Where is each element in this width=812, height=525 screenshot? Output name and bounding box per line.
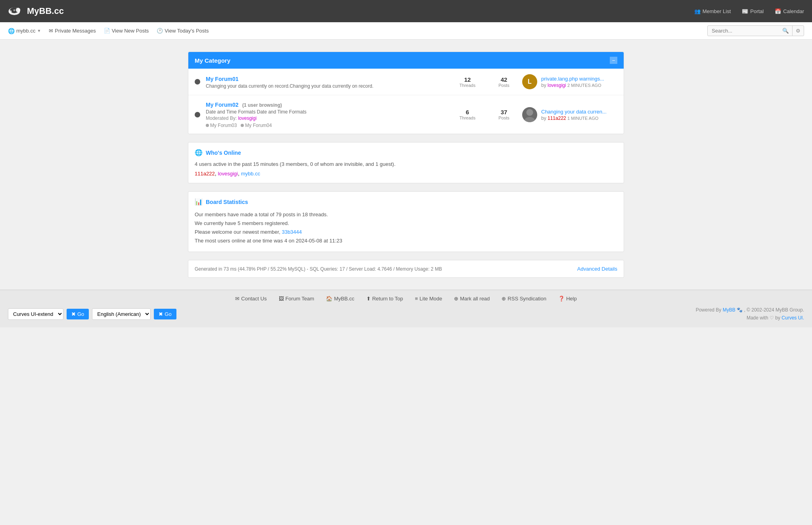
whos-online-section: 🌐 Who's Online 4 users active in the pas… [188,142,624,183]
footer-links: ✉ Contact Us 🖼 Forum Team 🏠 MyBB.cc ⬆ Re… [8,296,804,302]
svg-point-7 [522,107,537,122]
theme-select[interactable]: Curves UI-extend [8,308,63,320]
forum02-avatar [522,107,537,122]
generation-info-box: Generated in 73 ms (44.78% PHP / 55.22% … [188,260,624,278]
subforum04-link[interactable]: My Forum04 [241,123,272,128]
view-new-posts-link[interactable]: 📄 View New Posts [104,28,149,34]
forum-info: My Forum01 Changing your data currently … [206,75,449,89]
forum02-last-post-user[interactable]: 111a222 [548,115,566,121]
category-header: My Category – [188,52,624,69]
site-logo[interactable]: MyBB.cc [8,6,694,17]
stats-line3: Please welcome our newest member, 33b344… [195,228,617,237]
credit-line2: Made with ♡ by Curves UI. [696,314,804,322]
board-stats-section: 📊 Board Statistics Our members have made… [188,191,624,252]
forum-status-dot [195,112,200,117]
forum02-desc: Date and Time Formats Date and Time Form… [206,109,449,115]
view-todays-posts-link[interactable]: 🕐 View Today's Posts [157,28,209,34]
main-content: My Category – My Forum01 Changing your d… [184,52,628,278]
contact-us-icon: ✉ [235,296,239,302]
whos-online-icon: 🌐 [195,149,203,156]
online-user-mybbcc[interactable]: mybb.cc [241,171,260,177]
heart-icon: ♡ [770,315,774,321]
forum02-last-post: Changing your data curren... by 111a222 … [522,107,617,122]
footer: ✉ Contact Us 🖼 Forum Team 🏠 MyBB.cc ⬆ Re… [0,290,812,327]
search-input[interactable] [708,26,779,36]
return-to-top-link[interactable]: ⬆ Return to Top [366,296,403,302]
stats-line4: The most users online at one time was 4 … [195,237,617,245]
new-posts-icon: 📄 [104,28,110,34]
lang-select[interactable]: English (American) [92,308,151,320]
svg-point-2 [16,8,20,12]
calendar-icon: 📅 [775,8,781,14]
credit-line1: Powered By MyBB 🐾 , © 2002-2024 MyBB Gro… [696,306,804,314]
calendar-link[interactable]: 📅 Calendar [775,8,804,14]
search-settings-button[interactable]: ⚙ [792,26,804,36]
footer-bottom: Curves UI-extend ✖ Go English (American)… [8,306,804,321]
member-list-link[interactable]: 👥 Member List [694,8,731,14]
brand-name: MyBB.cc [27,6,64,16]
category-box: My Category – My Forum01 Changing your d… [188,52,624,134]
theme-go-button[interactable]: ✖ Go [67,309,89,319]
forum02-posts-stat: 37 Posts [492,109,516,120]
private-messages-link[interactable]: ✉ Private Messages [49,28,96,34]
lite-mode-link[interactable]: ≡ Lite Mode [415,296,442,302]
return-to-top-icon: ⬆ [366,296,371,302]
category-minimize-button[interactable]: – [610,57,617,64]
forum-row: My Forum02 (1 user browsing) Date and Ti… [188,95,624,134]
top-nav-links: 👥 Member List 📰 Portal 📅 Calendar [694,8,804,14]
mark-all-read-link[interactable]: ⊕ Mark all read [454,296,490,302]
online-user-lovesgigi[interactable]: lovesgigi [218,171,238,177]
top-navigation: MyBB.cc 👥 Member List 📰 Portal 📅 Calenda… [0,0,812,22]
online-user-links: 111a222, lovesgigi, mybb.cc [195,170,617,177]
subforum04-dot [241,124,244,127]
forum-team-link[interactable]: 🖼 Forum Team [279,296,314,302]
todays-posts-icon: 🕐 [157,28,163,34]
forum01-desc: Changing your data currently on record.C… [206,83,449,89]
theme-go-icon: ✖ [71,311,76,317]
stats-line1: Our members have made a total of 79 post… [195,210,617,219]
online-user-111a222[interactable]: 111a222 [195,171,215,177]
forum01-posts-stat: 42 Posts [492,76,516,88]
forum-info: My Forum02 (1 user browsing) Date and Ti… [206,101,449,128]
mybb-logo-icon [8,6,24,17]
mark-all-read-icon: ⊕ [454,296,458,302]
help-link[interactable]: ❓ Help [558,296,577,302]
curvesui-link[interactable]: Curves UI. [781,315,804,321]
search-button[interactable]: 🔍 [779,26,792,36]
forum01-link[interactable]: My Forum01 [206,76,238,82]
lang-go-icon: ✖ [159,311,163,317]
forum02-moderator-link[interactable]: lovesgigi [238,115,257,121]
forum01-last-post-link[interactable]: private.lang.php warnings... [541,76,604,82]
forum02-browsing: (1 user browsing) [242,102,282,108]
lang-go-button[interactable]: ✖ Go [154,309,176,319]
category-title: My Category [195,57,230,64]
lite-mode-icon: ≡ [415,296,418,302]
forum-status-dot [195,79,200,85]
portal-icon: 📰 [742,8,748,14]
subforum03-dot [206,124,209,127]
advanced-details-link[interactable]: Advanced Details [577,266,617,272]
forum02-link[interactable]: My Forum02 [206,102,238,108]
subforum03-link[interactable]: My Forum03 [206,123,237,128]
mybbcc-footer-icon: 🏠 [326,296,332,302]
forum01-last-post-user[interactable]: lovesgigi [548,83,566,88]
rss-icon: ⊕ [502,296,506,302]
mybb-logo-small: 🐾 [737,307,744,313]
rss-syndication-link[interactable]: ⊕ RSS Syndication [502,296,546,302]
stats-line2: We currently have 5 members registered. [195,219,617,228]
search-area: 🔍 ⚙ [707,25,804,36]
gen-info-text: Generated in 73 ms (44.78% PHP / 55.22% … [195,266,442,272]
forum02-avatar-image [522,107,537,122]
newest-member-link[interactable]: 33b3444 [282,229,302,235]
member-list-icon: 👥 [694,8,701,14]
site-link[interactable]: 🌐 mybb.cc ▼ [8,28,41,34]
portal-link[interactable]: 📰 Portal [742,8,764,14]
forum01-last-post-info: private.lang.php warnings... by lovesgig… [541,75,604,88]
contact-us-link[interactable]: ✉ Contact Us [235,296,266,302]
mybbcc-footer-link[interactable]: 🏠 MyBB.cc [326,296,354,302]
forum-row: My Forum01 Changing your data currently … [188,69,624,95]
mybb-link[interactable]: MyBB [723,307,735,313]
messages-icon: ✉ [49,28,53,34]
forum02-last-post-link[interactable]: Changing your data curren... [541,109,607,115]
whos-online-title: 🌐 Who's Online [195,149,617,156]
